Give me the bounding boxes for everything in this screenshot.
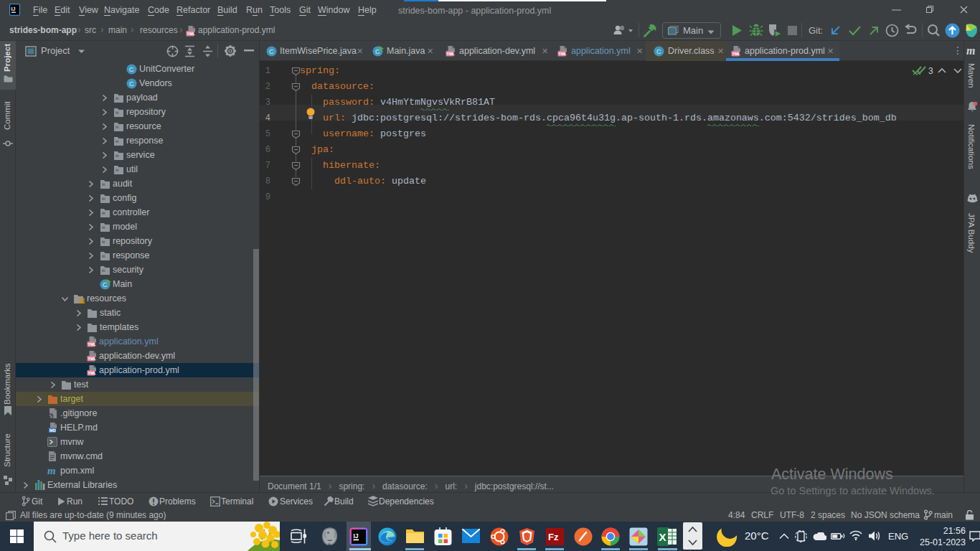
- svg-text:IJ: IJ: [354, 532, 359, 540]
- svg-text:YML: YML: [187, 32, 195, 36]
- svg-text:YML: YML: [88, 357, 96, 361]
- svg-text:C: C: [129, 80, 134, 88]
- svg-text:IJ: IJ: [11, 6, 16, 11]
- svg-text:m: m: [47, 465, 56, 476]
- svg-text:YML: YML: [446, 52, 455, 56]
- svg-text:3: 3: [928, 66, 933, 76]
- svg-text:YML: YML: [558, 52, 567, 56]
- svg-text:X: X: [659, 531, 666, 543]
- svg-text:C: C: [269, 48, 274, 55]
- svg-text:Fz: Fz: [548, 532, 559, 542]
- svg-text:YML: YML: [88, 342, 96, 347]
- svg-text:YML: YML: [88, 371, 96, 375]
- svg-text:MD: MD: [50, 428, 56, 433]
- svg-text:C: C: [656, 48, 661, 55]
- svg-text:YML: YML: [732, 52, 740, 56]
- svg-text:C: C: [129, 66, 134, 73]
